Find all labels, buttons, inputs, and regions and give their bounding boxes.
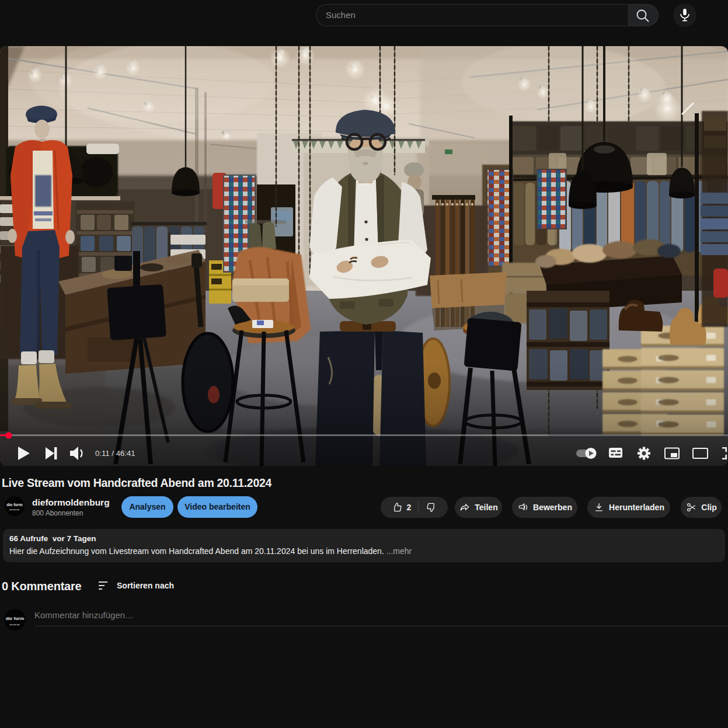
svg-text:0:11 / 46:41: 0:11 / 46:41 <box>95 449 135 458</box>
